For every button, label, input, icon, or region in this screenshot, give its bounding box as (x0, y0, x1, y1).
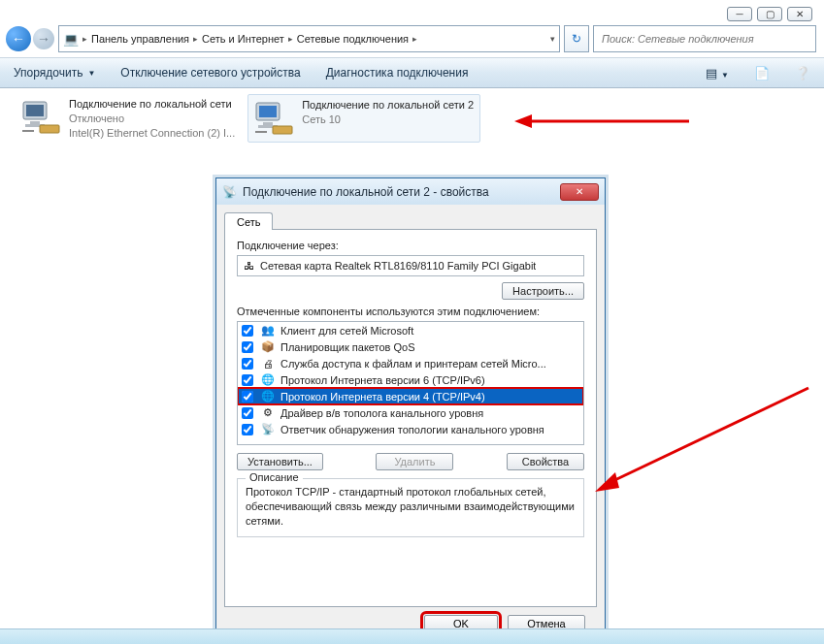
driver-icon: ⚙ (261, 406, 275, 420)
organize-label: Упорядочить (14, 66, 82, 80)
component-row[interactable]: 🖨Служба доступа к файлам и принтерам сет… (238, 355, 583, 371)
dialog-titlebar[interactable]: 📡 Подключение по локальной сети 2 - свой… (216, 178, 605, 205)
connection-status: Сеть 10 (302, 113, 474, 127)
svg-rect-7 (259, 106, 277, 117)
chevron-icon: ▸ (288, 34, 293, 44)
component-label: Клиент для сетей Microsoft (280, 325, 413, 337)
client-icon: 👥 (261, 324, 275, 338)
refresh-button[interactable]: ↻ (564, 25, 589, 52)
component-checkbox[interactable] (242, 341, 253, 353)
chevron-icon: ▸ (82, 34, 87, 44)
service-icon: 🖨 (261, 357, 275, 370)
nav-buttons: ← → (6, 25, 54, 52)
svg-rect-4 (40, 125, 59, 133)
tab-strip: Сеть (224, 208, 597, 229)
components-label: Отмеченные компоненты используются этим … (237, 306, 584, 317)
protocol-icon: 🌐 (261, 373, 275, 387)
network-adapter-icon (253, 98, 294, 139)
chevron-icon: ▸ (193, 34, 198, 44)
adapter-icon: 🖧 (244, 260, 254, 272)
connection-adapter: Intel(R) Ethernet Connection (2) I... (69, 126, 235, 141)
preview-pane-icon[interactable]: 📄 (754, 66, 770, 80)
organize-menu[interactable]: Упорядочить ▼ (14, 66, 95, 80)
network-icon: 💻 (63, 32, 79, 47)
adapter-icon: 📡 (222, 185, 237, 199)
protocol-icon: 🌐 (261, 390, 275, 403)
dialog-title: Подключение по локальной сети 2 - свойст… (243, 185, 554, 199)
description-text: Протокол TCP/IP - стандартный протокол г… (246, 485, 576, 529)
service-icon: 📦 (261, 340, 275, 354)
components-list[interactable]: 👥Клиент для сетей Microsoft 📦Планировщик… (237, 321, 584, 445)
dropdown-icon[interactable]: ▾ (550, 34, 555, 44)
remove-button: Удалить (376, 453, 453, 470)
properties-dialog: 📡 Подключение по локальной сети 2 - свой… (215, 177, 606, 638)
component-row-selected[interactable]: 🌐Протокол Интернета версии 4 (TCP/IPv4) (238, 388, 583, 404)
breadcrumb-item[interactable]: Сеть и Интернет (202, 33, 284, 45)
svg-rect-1 (26, 105, 44, 116)
configure-button[interactable]: Настроить... (502, 282, 584, 300)
component-label: Служба доступа к файлам и принтерам сете… (280, 358, 546, 370)
adapter-name: Сетевая карта Realtek RTL8169/8110 Famil… (260, 260, 536, 272)
connection-name: Подключение по локальной сети (69, 97, 235, 112)
connection-status: Отключено (69, 112, 235, 126)
component-checkbox[interactable] (242, 391, 253, 402)
maximize-button[interactable]: ▢ (757, 7, 782, 21)
connection-name: Подключение по локальной сети 2 (302, 98, 474, 113)
adapter-field[interactable]: 🖧 Сетевая карта Realtek RTL8169/8110 Fam… (237, 255, 584, 276)
component-checkbox[interactable] (242, 374, 253, 386)
component-label: Протокол Интернета версии 6 (TCP/IPv6) (280, 374, 485, 386)
close-button[interactable]: ✕ (787, 7, 812, 21)
description-legend: Описание (246, 471, 303, 483)
network-adapter-icon (20, 97, 61, 138)
tab-panel: Подключение через: 🖧 Сетевая карта Realt… (224, 229, 597, 607)
description-group: Описание Протокол TCP/IP - стандартный п… (237, 478, 584, 537)
svg-rect-8 (263, 122, 273, 125)
responder-icon: 📡 (261, 423, 275, 436)
breadcrumb-item[interactable]: Панель управления (91, 33, 189, 45)
disable-device-button[interactable]: Отключение сетевого устройства (120, 66, 300, 80)
search-box[interactable] (593, 25, 816, 52)
toolbar: Упорядочить ▼ Отключение сетевого устрой… (0, 57, 824, 88)
back-button[interactable]: ← (6, 26, 31, 51)
connection-item-selected[interactable]: Подключение по локальной сети 2 Сеть 10 (247, 94, 480, 143)
component-checkbox[interactable] (242, 358, 253, 370)
forward-button[interactable]: → (33, 28, 54, 49)
address-bar: ← → 💻 ▸ Панель управления ▸ Сеть и Интер… (6, 25, 816, 52)
component-label: Планировщик пакетов QoS (280, 341, 415, 353)
view-menu-icon[interactable]: ▤ ▼ (706, 66, 729, 80)
taskbar (0, 628, 824, 644)
tab-network[interactable]: Сеть (224, 212, 273, 230)
chevron-down-icon: ▼ (87, 69, 95, 78)
chevron-icon: ▸ (412, 34, 417, 44)
connection-item[interactable]: Подключение по локальной сети Отключено … (16, 94, 240, 144)
component-row[interactable]: ⚙Драйвер в/в тополога канального уровня (238, 404, 583, 421)
component-label: Протокол Интернета версии 4 (TCP/IPv4) (280, 391, 485, 402)
minimize-button[interactable]: ─ (727, 7, 752, 21)
window-controls: ─ ▢ ✕ (727, 7, 812, 21)
search-input[interactable] (600, 32, 809, 46)
component-label: Драйвер в/в тополога канального уровня (280, 407, 483, 419)
component-checkbox[interactable] (242, 424, 253, 435)
breadcrumb[interactable]: 💻 ▸ Панель управления ▸ Сеть и Интернет … (58, 25, 560, 52)
component-row[interactable]: 👥Клиент для сетей Microsoft (238, 322, 583, 338)
connect-via-label: Подключение через: (237, 240, 584, 251)
svg-rect-2 (30, 121, 40, 124)
component-row[interactable]: 📡Ответчик обнаружения топологии канально… (238, 421, 583, 437)
help-icon[interactable]: ❔ (795, 66, 810, 80)
component-row[interactable]: 🌐Протокол Интернета версии 6 (TCP/IPv6) (238, 371, 583, 388)
dialog-close-button[interactable]: ✕ (560, 183, 599, 201)
component-row[interactable]: 📦Планировщик пакетов QoS (238, 338, 583, 355)
svg-rect-10 (273, 126, 292, 134)
properties-button[interactable]: Свойства (507, 453, 584, 470)
component-checkbox[interactable] (242, 407, 253, 419)
install-button[interactable]: Установить... (237, 453, 323, 470)
breadcrumb-item[interactable]: Сетевые подключения (297, 33, 409, 45)
component-checkbox[interactable] (242, 325, 253, 337)
component-label: Ответчик обнаружения топологии канальног… (280, 424, 544, 435)
diagnose-button[interactable]: Диагностика подключения (326, 66, 469, 80)
